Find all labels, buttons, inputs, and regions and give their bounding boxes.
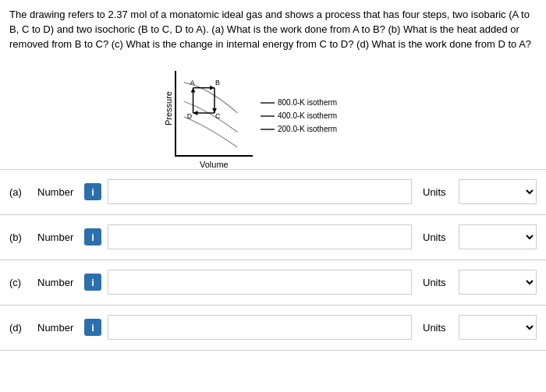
number-label-a: Number [37, 186, 78, 198]
pressure-label: Pressure [164, 91, 173, 125]
answers-section: (a) Number i Units J kJ (b) Number i Uni… [0, 169, 546, 351]
svg-text:A: A [190, 79, 195, 87]
part-label-c: (c) [9, 277, 31, 288]
graph-area: A B C D Volume [175, 71, 253, 157]
number-label-d: Number [37, 322, 78, 334]
number-input-b[interactable] [108, 224, 412, 249]
answer-row-b: (b) Number i Units J kJ [0, 215, 546, 260]
units-select-b[interactable]: J kJ [459, 224, 537, 249]
units-label-a: Units [423, 186, 452, 198]
number-input-c[interactable] [108, 270, 412, 295]
volume-label: Volume [200, 160, 229, 169]
legend-item-800: 800.0-K isotherm [261, 96, 337, 109]
info-button-b[interactable]: i [84, 228, 101, 245]
svg-text:C: C [215, 112, 221, 120]
diagram-area: Pressure [0, 58, 546, 169]
part-label-d: (d) [9, 322, 31, 334]
number-input-d[interactable] [108, 315, 412, 340]
units-label-d: Units [423, 322, 452, 334]
legend-item-200: 200.0-K isotherm [261, 122, 337, 136]
info-button-a[interactable]: i [84, 183, 101, 200]
number-label-c: Number [37, 277, 78, 288]
problem-text: The drawing refers to 2.37 mol of a mona… [0, 0, 546, 58]
svg-text:B: B [215, 79, 220, 87]
units-select-d[interactable]: J kJ [459, 315, 537, 340]
svg-text:D: D [187, 112, 192, 120]
part-label-b: (b) [9, 231, 31, 243]
units-label-b: Units [423, 231, 452, 243]
svg-marker-4 [210, 86, 214, 90]
answer-row-c: (c) Number i Units J kJ [0, 260, 546, 305]
legend-item-400: 400.0-K isotherm [261, 109, 337, 122]
legend-label-400: 400.0-K isotherm [278, 109, 337, 122]
diagram-container: Pressure [164, 62, 382, 163]
info-button-c[interactable]: i [84, 274, 101, 291]
number-label-b: Number [37, 231, 78, 243]
svg-marker-6 [193, 111, 198, 115]
part-label-a: (a) [9, 186, 31, 198]
units-label-c: Units [423, 277, 452, 288]
legend-area: 800.0-K isotherm 400.0-K isotherm 200.0-… [261, 96, 337, 136]
units-select-a[interactable]: J kJ [459, 179, 537, 204]
info-button-d[interactable]: i [84, 319, 101, 336]
number-input-a[interactable] [108, 179, 412, 204]
svg-marker-7 [191, 88, 196, 93]
legend-label-800: 800.0-K isotherm [278, 96, 337, 109]
graph-svg: A B C D [176, 71, 253, 155]
units-select-c[interactable]: J kJ [459, 270, 537, 295]
answer-row-d: (d) Number i Units J kJ [0, 305, 546, 351]
legend-label-200: 200.0-K isotherm [278, 122, 337, 136]
answer-row-a: (a) Number i Units J kJ [0, 170, 546, 215]
